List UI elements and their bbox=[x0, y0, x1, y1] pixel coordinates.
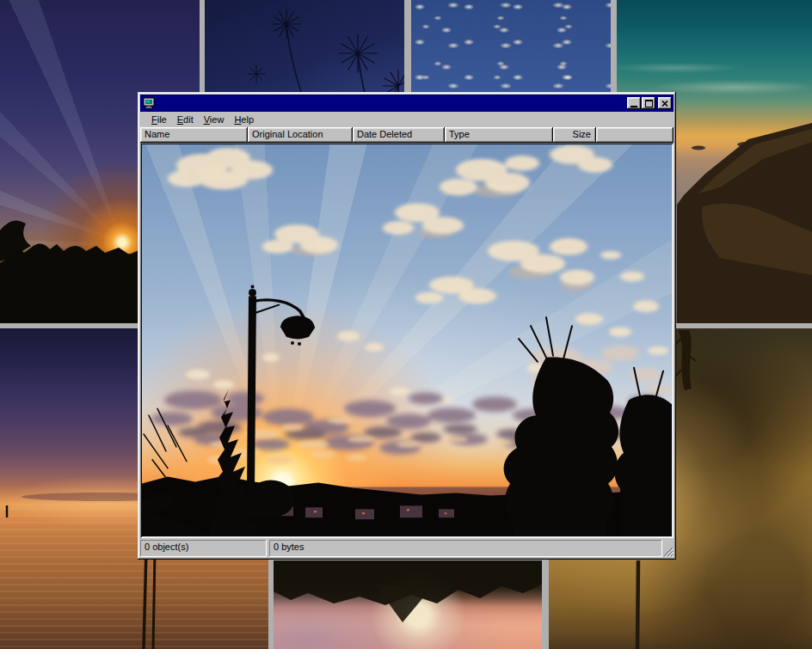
menu-item-file[interactable]: File bbox=[146, 113, 172, 126]
column-header-date-deleted[interactable]: Date Deleted bbox=[353, 127, 445, 143]
minimize-icon bbox=[631, 106, 637, 107]
status-panel-bytes: 0 bytes bbox=[269, 540, 662, 557]
maximize-button[interactable] bbox=[642, 97, 655, 109]
status-panel-objects: 0 object(s) bbox=[140, 540, 267, 557]
title-bar[interactable] bbox=[140, 95, 674, 112]
computer-icon[interactable] bbox=[142, 97, 156, 109]
wallpaper-photo-water-reflections bbox=[274, 560, 542, 649]
column-header-row: Name Original Location Date Deleted Type… bbox=[140, 127, 674, 143]
column-header-type[interactable]: Type bbox=[445, 127, 553, 143]
column-header-blank[interactable] bbox=[596, 127, 674, 143]
column-header-original-location[interactable]: Original Location bbox=[248, 127, 353, 143]
sunset-lamp-photo bbox=[142, 144, 672, 536]
column-header-name[interactable]: Name bbox=[140, 127, 248, 143]
list-viewport[interactable] bbox=[140, 143, 674, 538]
close-icon bbox=[661, 101, 668, 107]
close-button[interactable] bbox=[658, 97, 672, 109]
menu-item-edit[interactable]: Edit bbox=[172, 113, 199, 126]
recycle-bin-window: File Edit View Help Name Original Locati… bbox=[138, 92, 676, 560]
street-lamp-silhouette bbox=[247, 285, 315, 493]
column-header-size[interactable]: Size bbox=[553, 127, 596, 143]
menu-item-help[interactable]: Help bbox=[229, 113, 259, 126]
menu-item-view[interactable]: View bbox=[199, 113, 230, 126]
resize-grip[interactable] bbox=[662, 546, 674, 557]
minimize-button[interactable] bbox=[627, 97, 641, 109]
tree-reflection-silhouette bbox=[274, 560, 542, 649]
photo-silhouettes-layer bbox=[142, 144, 672, 536]
menu-bar: File Edit View Help bbox=[140, 112, 674, 127]
status-bar: 0 object(s) 0 bytes bbox=[140, 538, 674, 557]
maximize-icon bbox=[645, 100, 653, 107]
